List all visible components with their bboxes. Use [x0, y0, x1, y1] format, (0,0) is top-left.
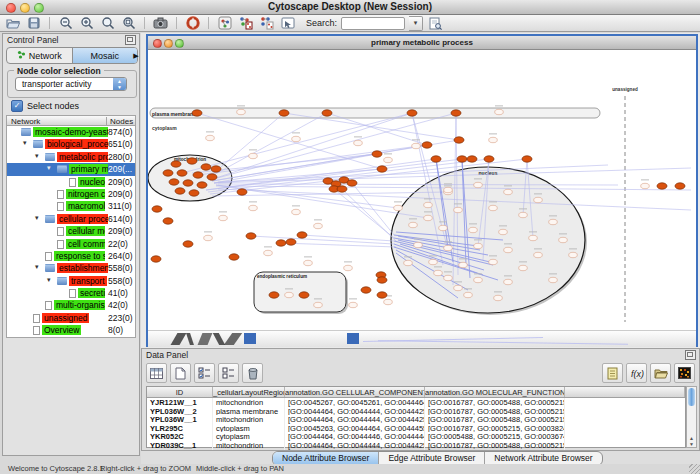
network-node[interactable]: [237, 109, 246, 114]
tree-row-unassigned[interactable]: unassigned223(0): [7, 312, 135, 324]
network-node[interactable]: [439, 225, 448, 230]
column-header[interactable]: _cellularLayoutRegion: [213, 387, 285, 397]
network-node[interactable]: [414, 242, 423, 247]
network-node[interactable]: [534, 197, 543, 202]
network-node[interactable]: [314, 223, 323, 228]
network-overview-icon[interactable]: [216, 16, 233, 31]
tree-row-mosaic-demo-yeast[interactable]: mosaic-demo-yeast874(0): [7, 126, 135, 138]
network-node[interactable]: [444, 187, 453, 192]
table-row[interactable]: YLR295Ccytoplasm[GO:0045263, GO:0044464,…: [147, 424, 685, 433]
tree-row-multi-organism-pro[interactable]: multi-organism pro42(0): [7, 299, 135, 311]
network-node-selected-color[interactable]: [377, 166, 387, 172]
network-node[interactable]: [384, 157, 393, 162]
column-header[interactable]: annotation.GO MOLECULAR_FUNCTION: [425, 387, 565, 397]
network-node[interactable]: [534, 252, 543, 257]
network-node[interactable]: [519, 212, 528, 217]
network-node-selected-color[interactable]: [377, 277, 387, 283]
network-node[interactable]: [424, 202, 433, 207]
network-node[interactable]: [444, 245, 453, 250]
network-node[interactable]: [459, 262, 468, 267]
attribute-table-icon[interactable]: [146, 363, 167, 383]
network-node[interactable]: [285, 292, 294, 297]
tree-column-nodes[interactable]: Nodes: [106, 117, 133, 126]
network-node[interactable]: [404, 260, 413, 265]
attribute-matrix-icon[interactable]: [674, 363, 695, 383]
network-view-frame[interactable]: primary metabolic process plasma membran…: [146, 34, 698, 347]
help-icon[interactable]: [184, 16, 201, 31]
resize-grip[interactable]: [689, 464, 700, 474]
tree-row-macromolecule[interactable]: macromolecule311(0): [7, 200, 135, 212]
network-node-selected-color[interactable]: [297, 232, 307, 238]
search-input[interactable]: [341, 17, 405, 30]
network-node-selected-color[interactable]: [175, 188, 185, 194]
disclosure-triangle-icon[interactable]: ▾: [35, 152, 39, 160]
network-node[interactable]: [504, 247, 513, 252]
disclosure-triangle-icon[interactable]: ▾: [35, 214, 39, 222]
select-attributes-icon[interactable]: [194, 363, 215, 383]
network-node-selected-color[interactable]: [276, 240, 286, 246]
network-node[interactable]: [454, 207, 463, 212]
tab-scroll-right-icon[interactable]: ▶: [132, 49, 140, 62]
network-node-selected-color[interactable]: [177, 170, 187, 176]
network-node[interactable]: [504, 279, 513, 284]
network-node[interactable]: [559, 237, 568, 242]
network-node[interactable]: [354, 140, 363, 145]
network-node-selected-color[interactable]: [207, 174, 217, 180]
node-color-dropdown[interactable]: transporter activity ▲▼: [15, 77, 127, 91]
network-node[interactable]: [474, 243, 483, 248]
network-node-selected-color[interactable]: [431, 156, 441, 162]
zoom-fit-icon[interactable]: [120, 16, 137, 31]
network-node[interactable]: [529, 235, 538, 240]
tree-row-cell-communicat[interactable]: cell communicat22(0): [7, 238, 135, 250]
network-node-selected-color[interactable]: [484, 156, 494, 162]
network-node-selected-color[interactable]: [286, 239, 296, 245]
tab-network[interactable]: Network: [7, 48, 72, 63]
network-node-selected-color[interactable]: [151, 256, 161, 262]
scrollbar-buttons[interactable]: ▲▼: [687, 435, 696, 447]
network-node[interactable]: [304, 260, 313, 265]
tab-mosaic[interactable]: Mosaic: [72, 48, 138, 63]
network-node[interactable]: [424, 215, 433, 220]
network-node-selected-color[interactable]: [211, 166, 221, 172]
zoom-out-icon[interactable]: [57, 16, 74, 31]
snapshot-icon[interactable]: [152, 16, 169, 31]
tree-row-response-to-stimulu[interactable]: response to stimulu264(0): [7, 250, 135, 262]
network-node-selected-color[interactable]: [467, 156, 477, 162]
network-frame-titlebar[interactable]: primary metabolic process: [148, 36, 696, 50]
advanced-search-icon[interactable]: [427, 16, 444, 31]
network-node[interactable]: [569, 252, 578, 257]
network-node[interactable]: [454, 285, 463, 290]
tree-row-metabolic-process[interactable]: ▾metabolic process280(0): [7, 151, 135, 163]
network-node[interactable]: [499, 229, 508, 234]
disclosure-triangle-icon[interactable]: ▾: [47, 164, 51, 172]
network-node[interactable]: [344, 265, 353, 270]
unselect-attributes-icon[interactable]: [218, 363, 239, 383]
network-node[interactable]: [489, 205, 498, 210]
network-node[interactable]: [494, 295, 503, 300]
tree-row-establishment-of-lo[interactable]: ▾establishment of lo558(0): [7, 262, 135, 274]
network-node[interactable]: [641, 183, 650, 188]
table-row[interactable]: YKR052Ccytoplasm[GO:0044464, GO:0044446,…: [147, 432, 685, 441]
network-node-selected-color[interactable]: [171, 161, 181, 167]
network-node[interactable]: [489, 137, 498, 142]
network-node-selected-color[interactable]: [183, 180, 193, 186]
save-icon[interactable]: [25, 16, 42, 31]
tree-row-overview[interactable]: Overview8(0): [7, 324, 135, 336]
notes-icon[interactable]: [602, 363, 623, 383]
tree-row-cellular-metabol[interactable]: cellular metabol209(0): [7, 225, 135, 237]
new-attribute-icon[interactable]: [170, 363, 191, 383]
tree-row-secretion[interactable]: secretion41(0): [7, 287, 135, 299]
network-node[interactable]: [249, 153, 258, 158]
network-node-selected-color[interactable]: [377, 292, 387, 298]
network-node[interactable]: [474, 182, 483, 187]
tree-row-primary-metabo[interactable]: ▾primary metabo209(...: [7, 163, 135, 175]
network-node-selected-color[interactable]: [372, 151, 382, 157]
network-node[interactable]: [409, 222, 418, 227]
network-node-selected-color[interactable]: [522, 156, 532, 162]
network-node[interactable]: [219, 215, 228, 220]
network-node[interactable]: [314, 302, 323, 307]
network-node-selected-color[interactable]: [152, 206, 162, 212]
network-node[interactable]: [444, 275, 453, 280]
float-panel-icon[interactable]: [685, 350, 696, 360]
network-node-selected-color[interactable]: [457, 156, 467, 162]
